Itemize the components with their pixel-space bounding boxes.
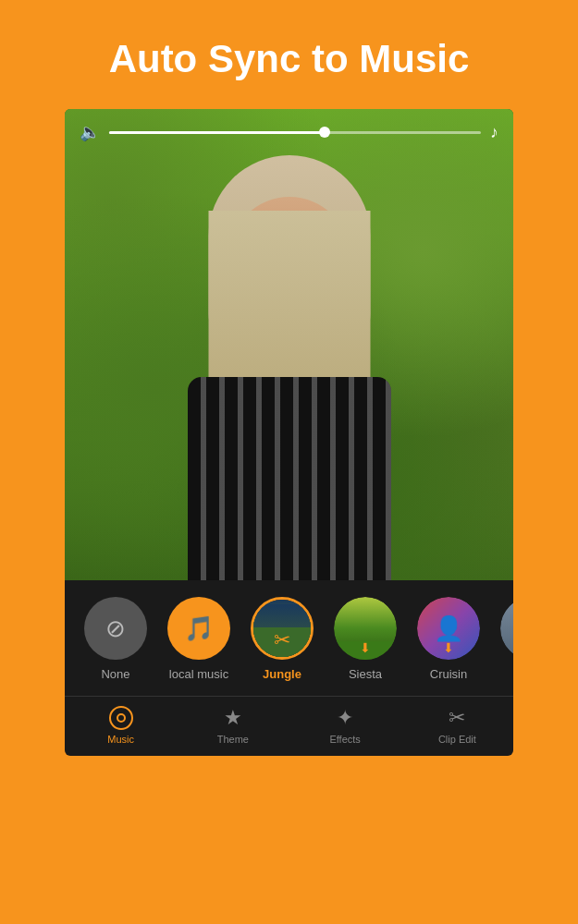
effects-nav-icon: ✦ bbox=[337, 706, 353, 730]
nav-label-music: Music bbox=[107, 734, 134, 745]
track-label-cruisin: Cruisin bbox=[430, 667, 467, 681]
track-circle-siesta: ⬇ bbox=[334, 597, 397, 660]
cruisin-person-icon: 👤 bbox=[434, 614, 463, 643]
video-controls: 🔈 ♪ bbox=[65, 109, 513, 155]
bottom-panel: ⊘ None 🎵 local music bbox=[65, 580, 513, 756]
track-cruisin[interactable]: 👤 ⬇ Cruisin bbox=[416, 597, 481, 681]
track-circle-jungle: ✂ bbox=[251, 597, 314, 660]
jungle-bg: ✂ bbox=[253, 600, 311, 657]
track-label-none: None bbox=[101, 667, 129, 681]
track-circle-none: ⊘ bbox=[84, 597, 147, 660]
none-icon: ⊘ bbox=[105, 614, 126, 643]
theme-nav-icon: ★ bbox=[224, 706, 242, 730]
progress-track[interactable] bbox=[109, 131, 481, 134]
music-track-list: ⊘ None 🎵 local music bbox=[65, 597, 513, 681]
phone-screen: 🔈 ♪ ⊘ None bbox=[65, 109, 513, 756]
video-player[interactable]: 🔈 ♪ bbox=[65, 109, 513, 580]
siesta-bg: ⬇ bbox=[334, 597, 397, 660]
track-circle-local: 🎵 bbox=[167, 597, 230, 660]
track-jungle[interactable]: ✂ Jungle bbox=[250, 597, 314, 681]
vinyl-inner bbox=[117, 713, 126, 723]
person-figure bbox=[141, 137, 437, 580]
progress-fill bbox=[109, 131, 325, 134]
cruisin-download-icon: ⬇ bbox=[443, 640, 454, 655]
track-ju[interactable]: Ju... bbox=[499, 597, 513, 681]
track-siesta[interactable]: ⬇ Siesta bbox=[333, 597, 398, 681]
clip-edit-nav-icon: ✂ bbox=[449, 706, 465, 730]
siesta-download-icon: ⬇ bbox=[360, 640, 371, 655]
track-local[interactable]: 🎵 local music bbox=[166, 597, 231, 681]
nav-item-music[interactable]: Music bbox=[65, 697, 177, 756]
nav-label-theme: Theme bbox=[217, 734, 249, 745]
track-none[interactable]: ⊘ None bbox=[83, 597, 148, 681]
scissors-icon: ✂ bbox=[274, 628, 290, 652]
nav-item-effects[interactable]: ✦ Effects bbox=[289, 697, 401, 756]
phone-area: 🔈 ♪ ⊘ None bbox=[65, 109, 513, 756]
nav-label-clip-edit: Clip Edit bbox=[438, 734, 476, 745]
track-circle-cruisin: 👤 ⬇ bbox=[417, 597, 480, 660]
nav-label-effects: Effects bbox=[329, 734, 360, 745]
header: Auto Sync to Music bbox=[0, 0, 578, 109]
volume-icon[interactable]: 🔈 bbox=[80, 122, 100, 142]
cruisin-bg: 👤 ⬇ bbox=[417, 597, 480, 660]
track-label-siesta: Siesta bbox=[349, 667, 382, 681]
music-nav-icon bbox=[109, 706, 133, 730]
progress-thumb bbox=[319, 127, 330, 138]
ju-bg bbox=[500, 597, 513, 660]
nav-item-theme[interactable]: ★ Theme bbox=[177, 697, 289, 756]
page-title: Auto Sync to Music bbox=[55, 37, 523, 81]
vinyl-icon bbox=[109, 706, 133, 730]
nav-item-clip-edit[interactable]: ✂ Clip Edit bbox=[401, 697, 513, 756]
local-music-icon: 🎵 bbox=[184, 614, 214, 643]
track-label-jungle: Jungle bbox=[263, 667, 301, 681]
music-note-icon: ♪ bbox=[490, 123, 498, 142]
track-circle-ju bbox=[500, 597, 513, 660]
bottom-nav: Music ★ Theme ✦ Effects ✂ Clip Edit bbox=[65, 696, 513, 756]
track-label-local: local music bbox=[169, 667, 228, 681]
